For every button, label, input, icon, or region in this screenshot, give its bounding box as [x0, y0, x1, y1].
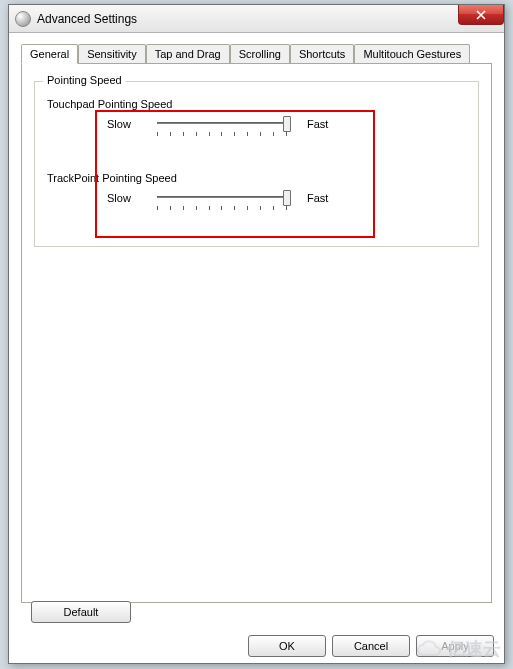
trackpoint-speed-section: TrackPoint Pointing Speed Slow Fast: [47, 172, 466, 218]
tab-sensitivity[interactable]: Sensitivity: [78, 44, 146, 63]
slider-thumb-icon[interactable]: [283, 116, 291, 132]
dialog-button-bar: OK Cancel Apply: [248, 635, 494, 657]
touchpad-speed-slider[interactable]: [157, 118, 287, 144]
ok-button[interactable]: OK: [248, 635, 326, 657]
trackpoint-speed-slider[interactable]: [157, 192, 287, 218]
touchpad-speed-section: Touchpad Pointing Speed Slow Fast: [47, 98, 466, 144]
cancel-button[interactable]: Cancel: [332, 635, 410, 657]
titlebar[interactable]: Advanced Settings: [9, 5, 504, 33]
apply-button[interactable]: Apply: [416, 635, 494, 657]
close-button[interactable]: [458, 5, 504, 25]
trackpoint-slow-label: Slow: [107, 192, 157, 204]
tab-scrolling[interactable]: Scrolling: [230, 44, 290, 63]
tab-general[interactable]: General: [21, 44, 78, 64]
tab-multitouch[interactable]: Multitouch Gestures: [354, 44, 470, 63]
touchpad-fast-label: Fast: [287, 118, 337, 130]
app-icon: [15, 11, 31, 27]
groupbox-label: Pointing Speed: [43, 74, 126, 86]
tab-tap-and-drag[interactable]: Tap and Drag: [146, 44, 230, 63]
groupbox-pointing-speed: Pointing Speed Touchpad Pointing Speed S…: [34, 81, 479, 247]
touchpad-speed-title: Touchpad Pointing Speed: [47, 98, 466, 110]
default-button-bar: Default: [31, 601, 131, 623]
close-icon: [476, 10, 486, 20]
slider-thumb-icon[interactable]: [283, 190, 291, 206]
content-area: General Sensitivity Tap and Drag Scrolli…: [9, 33, 504, 603]
default-button[interactable]: Default: [31, 601, 131, 623]
window-title: Advanced Settings: [37, 12, 137, 26]
tab-shortcuts[interactable]: Shortcuts: [290, 44, 354, 63]
trackpoint-speed-title: TrackPoint Pointing Speed: [47, 172, 466, 184]
touchpad-slow-label: Slow: [107, 118, 157, 130]
trackpoint-fast-label: Fast: [287, 192, 337, 204]
tab-strip: General Sensitivity Tap and Drag Scrolli…: [21, 44, 492, 64]
tab-panel-general: Pointing Speed Touchpad Pointing Speed S…: [21, 63, 492, 603]
dialog-window: Advanced Settings General Sensitivity Ta…: [8, 4, 505, 664]
